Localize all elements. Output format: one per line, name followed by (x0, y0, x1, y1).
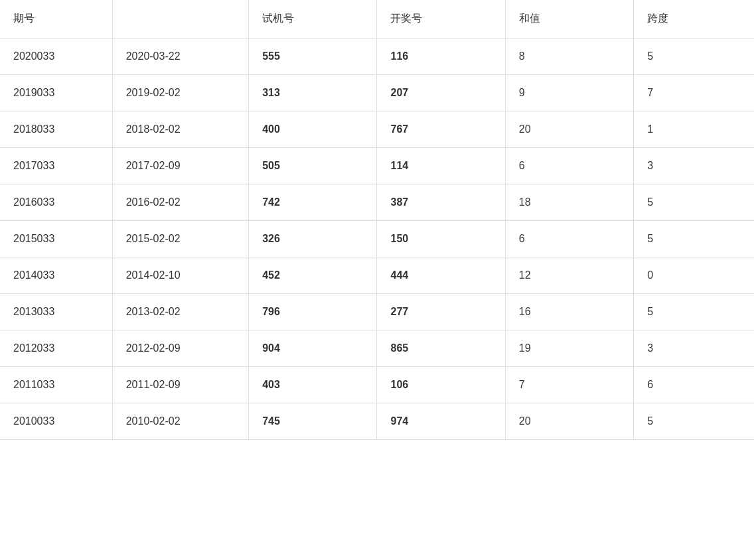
cell-sum: 6 (505, 148, 633, 184)
table-row: 20170332017-02-0950511463 (0, 148, 754, 184)
cell-span: 7 (634, 75, 754, 111)
table-row: 20180332018-02-02400767201 (0, 111, 754, 148)
cell-sum: 8 (505, 38, 633, 75)
cell-period: 2012033 (0, 330, 112, 367)
cell-date: 2018-02-02 (112, 111, 248, 148)
header-winning: 开奖号 (377, 0, 505, 38)
cell-period: 2013033 (0, 294, 112, 330)
cell-sum: 12 (505, 257, 633, 294)
cell-date: 2012-02-09 (112, 330, 248, 367)
cell-sum: 6 (505, 221, 633, 257)
cell-span: 5 (634, 403, 754, 440)
cell-span: 5 (634, 294, 754, 330)
cell-period: 2016033 (0, 184, 112, 221)
cell-trial: 742 (249, 184, 377, 221)
cell-span: 0 (634, 257, 754, 294)
cell-trial: 400 (249, 111, 377, 148)
table-row: 20100332010-02-02745974205 (0, 403, 754, 440)
cell-winning: 974 (377, 403, 505, 440)
cell-sum: 7 (505, 367, 633, 403)
cell-winning: 277 (377, 294, 505, 330)
cell-winning: 207 (377, 75, 505, 111)
cell-date: 2010-02-02 (112, 403, 248, 440)
cell-span: 6 (634, 367, 754, 403)
cell-winning: 767 (377, 111, 505, 148)
table-row: 20140332014-02-10452444120 (0, 257, 754, 294)
cell-date: 2020-03-22 (112, 38, 248, 75)
main-container: 期号 试机号 开奖号 和值 跨度 20200332020-03-22555116… (0, 0, 754, 560)
cell-trial: 745 (249, 403, 377, 440)
header-trial: 试机号 (249, 0, 377, 38)
cell-sum: 20 (505, 403, 633, 440)
cell-span: 1 (634, 111, 754, 148)
cell-period: 2017033 (0, 148, 112, 184)
cell-span: 3 (634, 148, 754, 184)
cell-sum: 20 (505, 111, 633, 148)
cell-winning: 387 (377, 184, 505, 221)
cell-trial: 796 (249, 294, 377, 330)
cell-sum: 18 (505, 184, 633, 221)
cell-winning: 106 (377, 367, 505, 403)
cell-trial: 555 (249, 38, 377, 75)
cell-period: 2018033 (0, 111, 112, 148)
cell-date: 2016-02-02 (112, 184, 248, 221)
table-row: 20120332012-02-09904865193 (0, 330, 754, 367)
cell-trial: 313 (249, 75, 377, 111)
cell-span: 5 (634, 221, 754, 257)
lottery-table: 期号 试机号 开奖号 和值 跨度 20200332020-03-22555116… (0, 0, 754, 440)
cell-winning: 150 (377, 221, 505, 257)
cell-sum: 9 (505, 75, 633, 111)
cell-winning: 865 (377, 330, 505, 367)
cell-winning: 444 (377, 257, 505, 294)
cell-sum: 19 (505, 330, 633, 367)
cell-trial: 452 (249, 257, 377, 294)
cell-date: 2013-02-02 (112, 294, 248, 330)
cell-span: 3 (634, 330, 754, 367)
cell-period: 2011033 (0, 367, 112, 403)
table-row: 20110332011-02-0940310676 (0, 367, 754, 403)
table-header-row: 期号 试机号 开奖号 和值 跨度 (0, 0, 754, 38)
cell-date: 2019-02-02 (112, 75, 248, 111)
header-span: 跨度 (634, 0, 754, 38)
cell-date: 2014-02-10 (112, 257, 248, 294)
cell-date: 2015-02-02 (112, 221, 248, 257)
cell-trial: 904 (249, 330, 377, 367)
header-sum: 和值 (505, 0, 633, 38)
cell-date: 2011-02-09 (112, 367, 248, 403)
cell-period: 2010033 (0, 403, 112, 440)
cell-period: 2015033 (0, 221, 112, 257)
cell-period: 2020033 (0, 38, 112, 75)
table-row: 20150332015-02-0232615065 (0, 221, 754, 257)
cell-date: 2017-02-09 (112, 148, 248, 184)
header-period: 期号 (0, 0, 112, 38)
cell-winning: 116 (377, 38, 505, 75)
table-row: 20160332016-02-02742387185 (0, 184, 754, 221)
cell-trial: 505 (249, 148, 377, 184)
table-row: 20190332019-02-0231320797 (0, 75, 754, 111)
table-row: 20200332020-03-2255511685 (0, 38, 754, 75)
header-date (112, 0, 248, 38)
cell-trial: 403 (249, 367, 377, 403)
cell-span: 5 (634, 184, 754, 221)
cell-trial: 326 (249, 221, 377, 257)
cell-winning: 114 (377, 148, 505, 184)
cell-period: 2014033 (0, 257, 112, 294)
table-row: 20130332013-02-02796277165 (0, 294, 754, 330)
cell-sum: 16 (505, 294, 633, 330)
cell-span: 5 (634, 38, 754, 75)
cell-period: 2019033 (0, 75, 112, 111)
